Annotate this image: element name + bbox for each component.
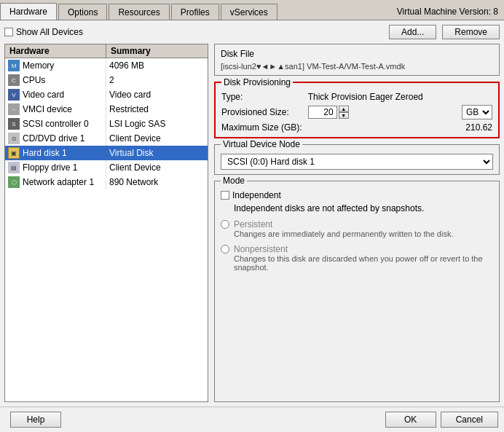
hw-row-hdd[interactable]: ▣ Hard disk 1 Virtual Disk [5, 146, 208, 160]
show-all-container: Show All Devices [4, 27, 83, 37]
independent-row: Independent [221, 190, 493, 200]
tab-options[interactable]: Options [58, 4, 107, 20]
right-panel: Disk File [iscsi-lun2♥◄►▲san1] VM-Test-A… [214, 44, 500, 402]
nonpersistent-option: Nonpersistent Changes to this disk are d… [221, 244, 493, 272]
cpu-name: CPUs [23, 75, 45, 85]
remove-button[interactable]: Remove [442, 25, 500, 39]
hdd-summary: Virtual Disk [106, 146, 208, 160]
mode-group: Mode Independent Independent disks are n… [214, 181, 500, 402]
unit-select-container: MB GB TB [462, 105, 492, 119]
floppy-icon: ▤ [8, 162, 20, 173]
spin-down[interactable]: ▼ [339, 112, 349, 119]
mode-options: Independent Independent disks are not af… [221, 190, 493, 272]
cpu-summary: 2 [106, 73, 208, 87]
mode-title: Mode [221, 176, 247, 186]
memory-summary: 4096 MB [106, 58, 208, 73]
floppy-name: Floppy drive 1 [23, 162, 77, 173]
memory-icon: M [8, 60, 20, 71]
hw-list: M Memory 4096 MB C CPUs 2 V [5, 58, 208, 401]
provision-grid: Type: Thick Provision Eager Zeroed Provi… [221, 92, 492, 133]
hdd-name: Hard disk 1 [23, 148, 67, 158]
nonpersistent-desc: Changes to this disk are discarded when … [234, 254, 493, 272]
content-area: Hardware Summary M Memory 4096 MB C CPUs [4, 44, 500, 402]
hdd-icon: ▣ [8, 147, 20, 159]
add-button[interactable]: Add... [389, 25, 436, 39]
hw-row-vmci[interactable]: ~ VMCI device Restricted [5, 102, 208, 117]
ok-button[interactable]: OK [385, 412, 436, 428]
max-size-value: 210.62 [308, 122, 492, 133]
type-label: Type: [221, 92, 302, 102]
vmci-name: VMCI device [23, 104, 72, 114]
toolbar: Show All Devices Add... Remove [4, 25, 500, 39]
help-button[interactable]: Help [10, 412, 61, 428]
prov-size-input[interactable] [308, 106, 337, 119]
spin-up[interactable]: ▲ [339, 106, 349, 112]
cancel-button[interactable]: Cancel [441, 412, 498, 428]
independent-checkbox[interactable] [221, 191, 229, 200]
disk-file-group: Disk File [iscsi-lun2♥◄►▲san1] VM-Test-A… [214, 44, 500, 76]
unit-select[interactable]: MB GB TB [462, 105, 492, 119]
nonpersistent-label: Nonpersistent [234, 244, 493, 254]
scsi-icon: S [8, 118, 20, 130]
persistent-label: Persistent [234, 219, 453, 229]
tab-hardware[interactable]: Hardware [0, 3, 57, 20]
scsi-summary: LSI Logic SAS [106, 117, 208, 131]
tab-resources[interactable]: Resources [109, 4, 169, 20]
nic-name: Network adapter 1 [23, 177, 94, 187]
hw-row-floppy[interactable]: ▤ Floppy drive 1 Client Device [5, 160, 208, 175]
nic-summary: 890 Network [106, 175, 208, 189]
vmci-icon: ~ [8, 103, 20, 115]
spin-buttons: ▲ ▼ [339, 106, 349, 119]
nic-icon: ⬡ [8, 176, 20, 188]
tab-bar: Hardware Options Resources Profiles vSer… [0, 0, 504, 20]
hw-row-cd[interactable]: ⊙ CD/DVD drive 1 Client Device [5, 131, 208, 146]
memory-name: Memory [23, 60, 54, 71]
vdn-select[interactable]: SCSI (0:0) Hard disk 1 [221, 154, 493, 170]
hw-row-video[interactable]: V Video card Video card [5, 87, 208, 102]
vdn-title: Virtual Device Node [221, 139, 302, 149]
hw-header: Hardware Summary [5, 44, 208, 58]
hw-col-hardware: Hardware [5, 44, 106, 58]
disk-file-path: [iscsi-lun2♥◄►▲san1] VM-Test-A/VM-Test-A… [221, 62, 493, 71]
vmci-summary: Restricted [106, 102, 208, 117]
tab-vservices[interactable]: vServices [221, 4, 277, 20]
persistent-option: Persistent Changes are immediately and p… [221, 219, 493, 238]
floppy-summary: Client Device [106, 160, 208, 175]
vm-version: Virtual Machine Version: 8 [397, 7, 504, 17]
hw-row-memory[interactable]: M Memory 4096 MB [5, 58, 208, 73]
persistent-radio[interactable] [221, 220, 229, 229]
disk-provisioning-title: Disk Provisioning [221, 77, 293, 87]
hw-row-scsi[interactable]: S SCSI controller 0 LSI Logic SAS [5, 117, 208, 131]
hw-row-cpus[interactable]: C CPUs 2 [5, 73, 208, 87]
cd-name: CD/DVD drive 1 [23, 133, 84, 144]
cpu-icon: C [8, 74, 20, 86]
independent-desc: Independent disks are not affected by sn… [234, 203, 493, 213]
show-all-checkbox[interactable] [4, 28, 13, 36]
hardware-panel: Hardware Summary M Memory 4096 MB C CPUs [4, 44, 208, 402]
main-content: Show All Devices Add... Remove Hardware … [0, 20, 504, 407]
tab-profiles[interactable]: Profiles [171, 4, 219, 20]
independent-label: Independent [232, 190, 281, 200]
scsi-name: SCSI controller 0 [23, 119, 89, 129]
nonpersistent-radio[interactable] [221, 245, 229, 254]
video-summary: Video card [106, 87, 208, 102]
persistent-desc: Changes are immediately and permanently … [234, 229, 453, 238]
video-icon: V [8, 89, 20, 101]
show-all-label: Show All Devices [16, 27, 83, 37]
hw-col-summary: Summary [106, 44, 208, 58]
hw-row-nic[interactable]: ⬡ Network adapter 1 890 Network [5, 175, 208, 189]
disk-provisioning-group: Disk Provisioning Type: Thick Provision … [214, 82, 500, 138]
cd-summary: Client Device [106, 131, 208, 146]
prov-size-input-group: ▲ ▼ [308, 106, 456, 119]
disk-file-label: Disk File [221, 49, 493, 59]
vdn-group: Virtual Device Node SCSI (0:0) Hard disk… [214, 144, 500, 175]
video-name: Video card [23, 90, 64, 100]
max-size-label: Maximum Size (GB): [221, 122, 302, 133]
cd-icon: ⊙ [8, 133, 20, 144]
prov-size-label: Provisioned Size: [221, 107, 302, 117]
bottom-bar: Help OK Cancel [0, 407, 504, 432]
type-value: Thick Provision Eager Zeroed [308, 92, 492, 102]
